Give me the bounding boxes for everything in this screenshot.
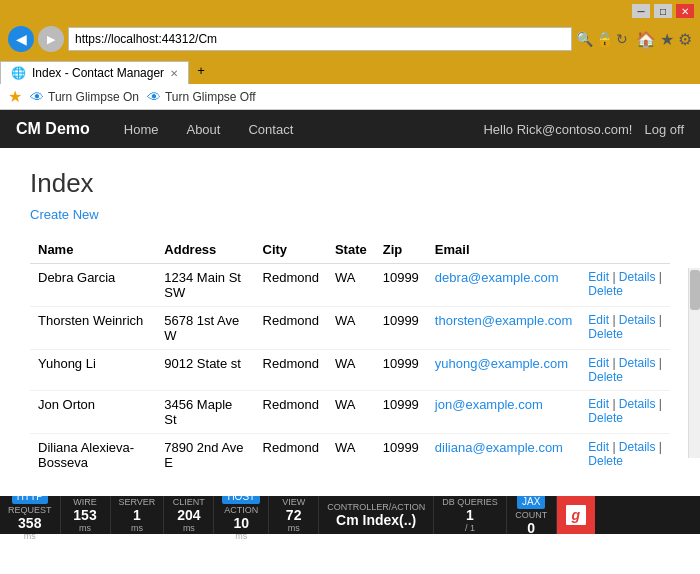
- status-label: Count: [515, 510, 547, 520]
- create-new-link[interactable]: Create New: [30, 207, 99, 222]
- glimpse-off-icon: 👁: [147, 89, 161, 105]
- col-header-address: Address: [156, 236, 254, 264]
- cell-actions: Edit | Details | Delete: [580, 264, 670, 307]
- status-unit: ms: [24, 531, 36, 541]
- status-bar: HTTPRequest358msWire153msServer1msClient…: [0, 496, 700, 534]
- details-link[interactable]: Details: [619, 313, 656, 327]
- new-tab-button[interactable]: +: [189, 56, 213, 84]
- nav-link-contact[interactable]: Contact: [234, 112, 307, 147]
- status-section-4: HOSTAction10ms: [214, 496, 269, 534]
- col-header-city: City: [255, 236, 327, 264]
- cell-actions: Edit | Details | Delete: [580, 391, 670, 434]
- cell-actions: Edit | Details | Delete: [580, 307, 670, 350]
- bookmark-turn-glimpse-off[interactable]: 👁 Turn Glimpse Off: [147, 89, 256, 105]
- status-section-7: DB Queries1/ 1: [434, 496, 507, 534]
- cell-email: thorsten@example.com: [427, 307, 580, 350]
- tab-icon: 🌐: [11, 66, 26, 80]
- cell-email: diliana@example.com: [427, 434, 580, 477]
- delete-link[interactable]: Delete: [588, 454, 623, 468]
- address-actions: 🔍 🔒 ↻: [576, 31, 628, 47]
- cell-zip: 10999: [375, 264, 427, 307]
- nav-right: Hello Rick@contoso.com! Log off: [483, 122, 684, 137]
- action-links: Edit | Details | Delete: [588, 270, 662, 298]
- glimpse-icon: g: [564, 503, 588, 527]
- status-value: 10: [233, 515, 249, 531]
- status-unit: ms: [288, 523, 300, 533]
- back-button[interactable]: ◀: [8, 26, 34, 52]
- status-label: View: [282, 497, 305, 507]
- details-link[interactable]: Details: [619, 270, 656, 284]
- col-header-state: State: [327, 236, 375, 264]
- minimize-button[interactable]: ─: [632, 4, 650, 18]
- details-link[interactable]: Details: [619, 440, 656, 454]
- delete-link[interactable]: Delete: [588, 327, 623, 341]
- details-link[interactable]: Details: [619, 397, 656, 411]
- tab-close-button[interactable]: ✕: [170, 68, 178, 79]
- cell-zip: 10999: [375, 434, 427, 477]
- bookmark-turn-glimpse-on[interactable]: 👁 Turn Glimpse On: [30, 89, 139, 105]
- home-icon[interactable]: 🏠: [636, 30, 656, 49]
- logoff-link[interactable]: Log off: [644, 122, 684, 137]
- edit-link[interactable]: Edit: [588, 356, 609, 370]
- status-label: Action: [224, 505, 258, 515]
- bookmark-star-icon: ★: [8, 87, 22, 106]
- table-row: Yuhong Li 9012 State st Redmond WA 10999…: [30, 350, 670, 391]
- email-link[interactable]: diliana@example.com: [435, 440, 563, 455]
- close-button[interactable]: ✕: [676, 4, 694, 18]
- email-link[interactable]: debra@example.com: [435, 270, 559, 285]
- cell-address: 5678 1st Ave W: [156, 307, 254, 350]
- action-links: Edit | Details | Delete: [588, 440, 662, 468]
- app-nav: CM Demo Home About Contact Hello Rick@co…: [0, 110, 700, 148]
- status-value: 1: [133, 507, 141, 523]
- forward-button[interactable]: ▶: [38, 26, 64, 52]
- edit-link[interactable]: Edit: [588, 440, 609, 454]
- main-content: Index Create New Name Address City State…: [0, 148, 700, 496]
- status-value: 72: [286, 507, 302, 523]
- edit-link[interactable]: Edit: [588, 397, 609, 411]
- lock-icon: 🔒: [596, 31, 613, 47]
- cell-address: 9012 State st: [156, 350, 254, 391]
- nav-link-home[interactable]: Home: [110, 112, 173, 147]
- glimpse-on-icon: 👁: [30, 89, 44, 105]
- settings-icon[interactable]: ⚙: [678, 30, 692, 49]
- status-label: Controller/Action: [327, 502, 425, 512]
- details-link[interactable]: Details: [619, 356, 656, 370]
- search-icon[interactable]: 🔍: [576, 31, 593, 47]
- table-row: Thorsten Weinrich 5678 1st Ave W Redmond…: [30, 307, 670, 350]
- active-tab[interactable]: 🌐 Index - Contact Manager ✕: [0, 61, 189, 84]
- email-link[interactable]: yuhong@example.com: [435, 356, 568, 371]
- status-label: Server: [119, 497, 156, 507]
- main-scrollable: Index Create New Name Address City State…: [0, 148, 700, 496]
- status-label: DB Queries: [442, 497, 498, 507]
- scrollbar[interactable]: [688, 268, 700, 458]
- delete-link[interactable]: Delete: [588, 370, 623, 384]
- nav-link-about[interactable]: About: [172, 112, 234, 147]
- cell-city: Redmond: [255, 307, 327, 350]
- email-link[interactable]: jon@example.com: [435, 397, 543, 412]
- delete-link[interactable]: Delete: [588, 411, 623, 425]
- edit-link[interactable]: Edit: [588, 313, 609, 327]
- delete-link[interactable]: Delete: [588, 284, 623, 298]
- star-icon[interactable]: ★: [660, 30, 674, 49]
- edit-link[interactable]: Edit: [588, 270, 609, 284]
- refresh-icon[interactable]: ↻: [616, 31, 628, 47]
- cell-zip: 10999: [375, 391, 427, 434]
- maximize-button[interactable]: □: [654, 4, 672, 18]
- cell-name: Debra Garcia: [30, 264, 156, 307]
- cell-name: Thorsten Weinrich: [30, 307, 156, 350]
- col-header-zip: Zip: [375, 236, 427, 264]
- page-title: Index: [30, 168, 670, 199]
- title-bar: ─ □ ✕: [0, 0, 700, 22]
- address-input[interactable]: [68, 27, 572, 51]
- scroll-thumb[interactable]: [690, 270, 700, 310]
- cell-address: 3456 Maple St: [156, 391, 254, 434]
- user-greeting: Hello Rick@contoso.com!: [483, 122, 632, 137]
- status-value: 0: [527, 520, 535, 536]
- browser-chrome: ─ □ ✕ ◀ ▶ 🔍 🔒 ↻ 🏠 ★ ⚙ 🌐 Index - Contact …: [0, 0, 700, 84]
- table-row: Debra Garcia 1234 Main St SW Redmond WA …: [30, 264, 670, 307]
- email-link[interactable]: thorsten@example.com: [435, 313, 572, 328]
- glimpse-button[interactable]: g: [557, 496, 595, 534]
- status-value: 1: [466, 507, 474, 523]
- cell-city: Redmond: [255, 264, 327, 307]
- status-value: Cm Index(..): [336, 512, 416, 528]
